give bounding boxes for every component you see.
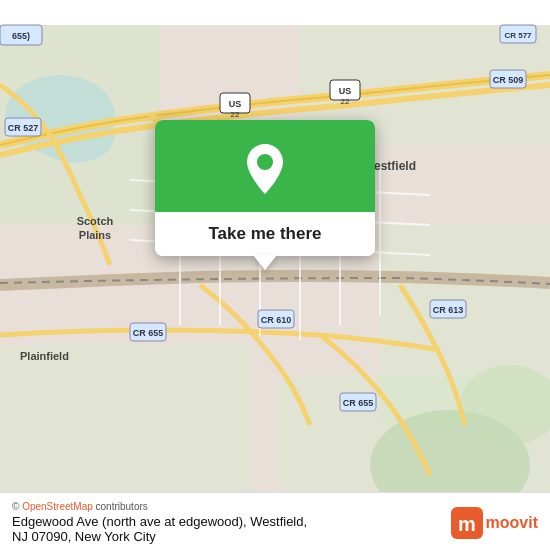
bottom-left-info: © OpenStreetMap © OpenStreetMap contribu… [12,501,307,544]
openstreetmap-link[interactable]: OpenStreetMap [22,501,93,512]
svg-text:m: m [458,513,476,535]
take-me-there-button[interactable]: Take me there [155,212,375,256]
bottom-bar: © OpenStreetMap © OpenStreetMap contribu… [0,492,550,550]
svg-text:CR 613: CR 613 [433,305,464,315]
popup-header [155,120,375,212]
attribution-text: © OpenStreetMap © OpenStreetMap contribu… [12,501,307,512]
svg-text:CR 655: CR 655 [343,398,374,408]
svg-text:22: 22 [341,97,350,106]
svg-text:US: US [229,99,242,109]
svg-text:CR 509: CR 509 [493,75,524,85]
location-address: Edgewood Ave (north ave at edgewood), We… [12,514,307,544]
moovit-icon: m [451,507,483,539]
svg-text:Plains: Plains [79,229,111,241]
svg-text:US: US [339,86,352,96]
svg-text:22: 22 [231,110,240,119]
svg-text:CR 655: CR 655 [133,328,164,338]
svg-text:Scotch: Scotch [77,215,114,227]
moovit-label: moovit [486,514,538,532]
svg-point-45 [257,154,273,170]
location-popup: Take me there [155,120,375,256]
map-container: US 22 US 22 CR 527 CR 509 CR 610 CR 613 … [0,0,550,550]
svg-text:estfield: estfield [374,159,416,173]
map-background: US 22 US 22 CR 527 CR 509 CR 610 CR 613 … [0,0,550,550]
svg-text:655): 655) [12,31,30,41]
moovit-logo: m moovit [451,507,538,539]
location-pin-icon [243,142,287,196]
svg-text:CR 610: CR 610 [261,315,292,325]
svg-text:CR 577: CR 577 [504,31,532,40]
svg-text:Plainfield: Plainfield [20,350,69,362]
svg-text:CR 527: CR 527 [8,123,39,133]
